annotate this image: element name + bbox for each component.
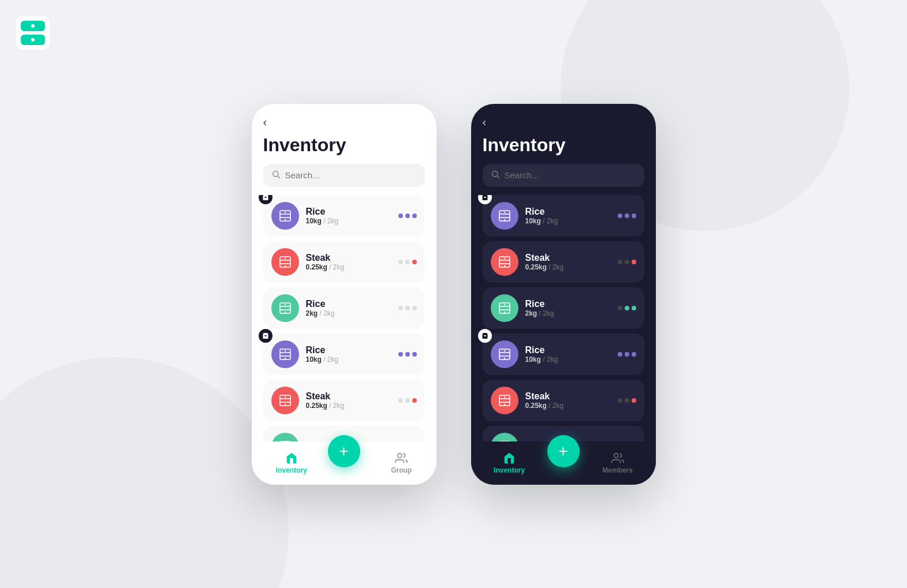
light-nav-group[interactable]: Group bbox=[391, 452, 412, 474]
svg-point-44 bbox=[503, 257, 505, 259]
svg-point-16 bbox=[284, 265, 285, 266]
dark-cart-badge-4 bbox=[478, 329, 492, 343]
dark-bottom-nav: Inventory Members + bbox=[471, 446, 656, 485]
svg-point-45 bbox=[503, 265, 505, 266]
light-item-name-1: Rice bbox=[306, 207, 391, 217]
light-item-weight-2: 0.25kg / 2kg bbox=[306, 263, 391, 271]
dark-item-weight-4: 10kg / 2kg bbox=[525, 355, 611, 364]
dark-search-icon bbox=[491, 170, 500, 181]
dark-items-list: Rice 10kg / 2kg bbox=[471, 195, 656, 446]
dark-nav-members-label: Members bbox=[602, 466, 633, 474]
light-list-item-3[interactable]: Rice 2kg / 2kg bbox=[263, 287, 425, 329]
svg-point-11 bbox=[284, 219, 285, 220]
svg-point-25 bbox=[284, 350, 285, 351]
svg-point-39 bbox=[503, 211, 505, 212]
dark-item-dots-2 bbox=[618, 260, 636, 264]
light-list-item-1[interactable]: Rice 10kg / 2kg bbox=[263, 195, 425, 237]
svg-point-55 bbox=[503, 357, 505, 358]
dark-item-icon-5 bbox=[491, 387, 518, 414]
dark-nav-inventory[interactable]: Inventory bbox=[494, 452, 525, 474]
dark-item-info-3: Rice 2kg / 2kg bbox=[525, 299, 611, 317]
light-fab-button[interactable]: + bbox=[328, 435, 360, 467]
light-item-dots-2 bbox=[398, 260, 417, 264]
dark-item-info-5: Steak 0.25kg / 2kg bbox=[525, 391, 611, 410]
light-nav-inventory-label: Inventory bbox=[276, 466, 307, 474]
light-item-name-5: Steak bbox=[306, 391, 391, 402]
light-list-item-2[interactable]: Steak 0.25kg / 2kg bbox=[263, 241, 425, 283]
dark-nav-inventory-label: Inventory bbox=[494, 466, 525, 474]
dark-list-item-1[interactable]: Rice 10kg / 2kg bbox=[483, 195, 644, 237]
light-item-icon-6 bbox=[271, 433, 299, 441]
svg-line-6 bbox=[278, 176, 280, 178]
svg-point-33 bbox=[398, 453, 402, 457]
light-item-icon-2 bbox=[271, 248, 299, 276]
light-nav-group-label: Group bbox=[391, 466, 412, 474]
dark-page-title: Inventory bbox=[471, 134, 656, 164]
dark-list-item-4[interactable]: Rice 10kg / 2kg bbox=[483, 334, 644, 375]
dark-item-icon-1 bbox=[491, 202, 518, 230]
svg-point-31 bbox=[284, 403, 285, 405]
dark-fab-icon: + bbox=[558, 443, 568, 459]
dark-nav-members[interactable]: Members bbox=[602, 452, 633, 474]
dark-phone-header: ‹ bbox=[471, 104, 656, 134]
dark-item-name-5: Steak bbox=[525, 391, 611, 402]
svg-point-4 bbox=[31, 38, 35, 42]
dark-item-info-4: Rice 10kg / 2kg bbox=[525, 345, 611, 364]
dark-fab-button[interactable]: + bbox=[547, 435, 580, 467]
svg-point-50 bbox=[503, 311, 505, 312]
dark-list-item-5[interactable]: Steak 0.25kg / 2kg bbox=[483, 380, 644, 421]
dark-list-item-3[interactable]: Rice 2kg / 2kg bbox=[483, 287, 644, 329]
dark-item-weight-1: 10kg / 2kg bbox=[525, 217, 611, 225]
dark-list-item-wrapper-1: Rice 10kg / 2kg bbox=[483, 195, 644, 237]
dark-item-icon-3 bbox=[491, 294, 518, 322]
dark-list-item-wrapper-4: Rice 10kg / 2kg bbox=[483, 334, 644, 375]
svg-point-49 bbox=[503, 304, 505, 305]
dark-item-info-2: Steak 0.25kg / 2kg bbox=[525, 253, 611, 271]
dark-search-input[interactable] bbox=[505, 170, 636, 180]
dark-item-icon-2 bbox=[491, 248, 518, 276]
dark-search-bar[interactable] bbox=[483, 164, 644, 187]
light-item-dots-4 bbox=[398, 352, 417, 357]
light-item-info-2: Steak 0.25kg / 2kg bbox=[306, 253, 391, 271]
dark-list-item-2[interactable]: Steak 0.25kg / 2kg bbox=[483, 241, 644, 283]
light-search-icon bbox=[271, 170, 281, 181]
svg-point-62 bbox=[614, 453, 618, 457]
light-item-name-4: Rice bbox=[306, 345, 391, 355]
light-search-input[interactable] bbox=[285, 170, 417, 180]
light-item-info-3: Rice 2kg / 2kg bbox=[306, 299, 391, 317]
light-item-weight-5: 0.25kg / 2kg bbox=[306, 402, 391, 410]
dark-item-dots-5 bbox=[618, 398, 636, 403]
dark-item-dots-3 bbox=[618, 306, 636, 310]
light-item-info-1: Rice 10kg / 2kg bbox=[306, 207, 391, 225]
dark-list-item-wrapper-5: Steak 0.25kg / 2kg bbox=[483, 380, 644, 421]
dark-list-item-wrapper-3: Rice 2kg / 2kg bbox=[483, 287, 644, 329]
light-cart-badge-4 bbox=[259, 329, 273, 343]
light-item-info-5: Steak 0.25kg / 2kg bbox=[306, 391, 391, 410]
light-item-weight-4: 10kg / 2kg bbox=[306, 355, 391, 364]
light-item-name-2: Steak bbox=[306, 253, 391, 263]
light-list-item-4[interactable]: Rice 10kg / 2kg bbox=[263, 334, 425, 375]
svg-point-15 bbox=[284, 257, 285, 259]
dark-item-weight-5: 0.25kg / 2kg bbox=[525, 402, 611, 410]
dark-item-icon-4 bbox=[491, 340, 518, 368]
light-nav-inventory[interactable]: Inventory bbox=[276, 452, 307, 474]
dark-phone: ‹ Inventory bbox=[471, 104, 656, 485]
light-item-weight-1: 10kg / 2kg bbox=[306, 217, 391, 225]
light-item-icon-4 bbox=[271, 340, 299, 368]
svg-point-54 bbox=[503, 350, 505, 351]
dark-back-button[interactable]: ‹ bbox=[483, 115, 487, 129]
light-list-item-wrapper-1: Rice 10kg / 2kg bbox=[263, 195, 425, 237]
light-item-dots-5 bbox=[398, 398, 417, 403]
light-list-item-5[interactable]: Steak 0.25kg / 2kg bbox=[263, 380, 425, 421]
light-bottom-nav: Inventory Group + bbox=[252, 446, 436, 485]
dark-item-dots-1 bbox=[618, 214, 636, 218]
dark-phone-content: ‹ Inventory bbox=[471, 104, 656, 485]
light-item-icon-5 bbox=[271, 387, 299, 414]
light-back-button[interactable]: ‹ bbox=[263, 115, 267, 129]
light-item-dots-1 bbox=[398, 214, 417, 218]
light-search-bar[interactable] bbox=[263, 164, 425, 187]
light-fab-icon: + bbox=[339, 443, 348, 459]
light-item-weight-3: 2kg / 2kg bbox=[306, 309, 391, 317]
app-logo bbox=[16, 16, 50, 50]
svg-point-5 bbox=[273, 171, 278, 176]
